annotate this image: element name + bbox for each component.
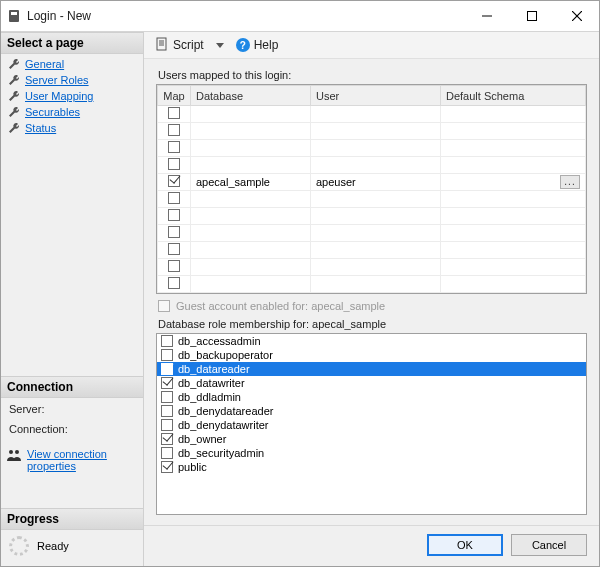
col-schema[interactable]: Default Schema — [441, 86, 586, 106]
map-checkbox[interactable] — [168, 226, 180, 238]
mapping-row[interactable] — [158, 123, 586, 140]
cell-database[interactable] — [191, 242, 311, 259]
roles-list[interactable]: db_accessadmindb_backupoperatordb_datare… — [156, 333, 587, 515]
mapping-row[interactable]: apecal_sampleapeuser... — [158, 174, 586, 191]
map-checkbox[interactable] — [168, 107, 180, 119]
cell-schema[interactable] — [441, 276, 586, 293]
map-checkbox[interactable] — [168, 192, 180, 204]
cell-database[interactable] — [191, 259, 311, 276]
cell-database[interactable] — [191, 208, 311, 225]
script-icon — [155, 37, 169, 54]
col-map[interactable]: Map — [158, 86, 191, 106]
cell-schema[interactable] — [441, 123, 586, 140]
cell-user[interactable]: apeuser — [311, 174, 441, 191]
cell-database[interactable] — [191, 106, 311, 123]
nav-user-mapping[interactable]: User Mapping — [1, 88, 143, 104]
cell-user[interactable] — [311, 259, 441, 276]
map-checkbox[interactable] — [168, 124, 180, 136]
map-checkbox[interactable] — [168, 158, 180, 170]
role-checkbox[interactable] — [161, 377, 173, 389]
cell-database[interactable] — [191, 225, 311, 242]
map-checkbox[interactable] — [168, 175, 180, 187]
ok-button[interactable]: OK — [427, 534, 503, 556]
nav-status[interactable]: Status — [1, 120, 143, 136]
role-checkbox[interactable] — [161, 447, 173, 459]
col-user[interactable]: User — [311, 86, 441, 106]
role-checkbox[interactable] — [161, 433, 173, 445]
cell-schema[interactable] — [441, 225, 586, 242]
cell-schema[interactable] — [441, 259, 586, 276]
cell-user[interactable] — [311, 208, 441, 225]
role-item[interactable]: db_ddladmin — [157, 390, 586, 404]
role-checkbox[interactable] — [161, 363, 173, 375]
cell-schema[interactable] — [441, 208, 586, 225]
cell-database[interactable] — [191, 140, 311, 157]
role-item[interactable]: db_denydatareader — [157, 404, 586, 418]
cell-user[interactable] — [311, 140, 441, 157]
help-button[interactable]: ? Help — [232, 36, 283, 54]
cell-schema[interactable] — [441, 191, 586, 208]
nav-general[interactable]: General — [1, 56, 143, 72]
role-checkbox[interactable] — [161, 335, 173, 347]
role-checkbox[interactable] — [161, 405, 173, 417]
map-checkbox[interactable] — [168, 243, 180, 255]
mapping-row[interactable] — [158, 157, 586, 174]
view-conn-props-label: View connection properties — [27, 448, 137, 472]
role-item[interactable]: db_denydatawriter — [157, 418, 586, 432]
mapping-row[interactable] — [158, 191, 586, 208]
cell-user[interactable] — [311, 123, 441, 140]
role-item[interactable]: db_datareader — [157, 362, 586, 376]
cell-schema[interactable] — [441, 157, 586, 174]
cell-user[interactable] — [311, 157, 441, 174]
map-checkbox[interactable] — [168, 277, 180, 289]
cell-database[interactable] — [191, 157, 311, 174]
role-item[interactable]: db_securityadmin — [157, 446, 586, 460]
cell-database[interactable] — [191, 123, 311, 140]
mapping-row[interactable] — [158, 225, 586, 242]
map-checkbox[interactable] — [168, 141, 180, 153]
role-item[interactable]: public — [157, 460, 586, 474]
role-checkbox[interactable] — [161, 419, 173, 431]
cell-user[interactable] — [311, 106, 441, 123]
role-item[interactable]: db_owner — [157, 432, 586, 446]
maximize-button[interactable] — [509, 2, 554, 30]
schema-browse-button[interactable]: ... — [560, 175, 580, 189]
nav-securables[interactable]: Securables — [1, 104, 143, 120]
cell-user[interactable] — [311, 191, 441, 208]
mapping-row[interactable] — [158, 140, 586, 157]
cell-schema[interactable] — [441, 242, 586, 259]
map-checkbox[interactable] — [168, 260, 180, 272]
cell-user[interactable] — [311, 276, 441, 293]
mapping-row[interactable] — [158, 242, 586, 259]
cancel-button[interactable]: Cancel — [511, 534, 587, 556]
mapping-row[interactable] — [158, 106, 586, 123]
role-item[interactable]: db_datawriter — [157, 376, 586, 390]
cell-schema[interactable] — [441, 140, 586, 157]
nav-label: User Mapping — [25, 90, 93, 102]
close-button[interactable] — [554, 2, 599, 30]
view-connection-properties[interactable]: View connection properties — [1, 448, 143, 478]
role-item[interactable]: db_backupoperator — [157, 348, 586, 362]
cell-database[interactable]: apecal_sample — [191, 174, 311, 191]
mapping-row[interactable] — [158, 276, 586, 293]
cell-schema[interactable]: ... — [441, 174, 586, 191]
role-checkbox[interactable] — [161, 391, 173, 403]
nav-server-roles[interactable]: Server Roles — [1, 72, 143, 88]
role-item[interactable]: db_accessadmin — [157, 334, 586, 348]
chevron-down-icon — [216, 43, 224, 48]
script-button[interactable]: Script — [151, 35, 228, 56]
cell-user[interactable] — [311, 242, 441, 259]
mapping-grid[interactable]: Map Database User Default Schema apecal_… — [156, 84, 587, 294]
role-checkbox[interactable] — [161, 461, 173, 473]
cell-database[interactable] — [191, 276, 311, 293]
col-database[interactable]: Database — [191, 86, 311, 106]
minimize-button[interactable] — [464, 2, 509, 30]
right-pane: Script ? Help Users mapped to this login… — [143, 32, 599, 566]
cell-database[interactable] — [191, 191, 311, 208]
cell-user[interactable] — [311, 225, 441, 242]
mapping-row[interactable] — [158, 259, 586, 276]
map-checkbox[interactable] — [168, 209, 180, 221]
role-checkbox[interactable] — [161, 349, 173, 361]
cell-schema[interactable] — [441, 106, 586, 123]
mapping-row[interactable] — [158, 208, 586, 225]
